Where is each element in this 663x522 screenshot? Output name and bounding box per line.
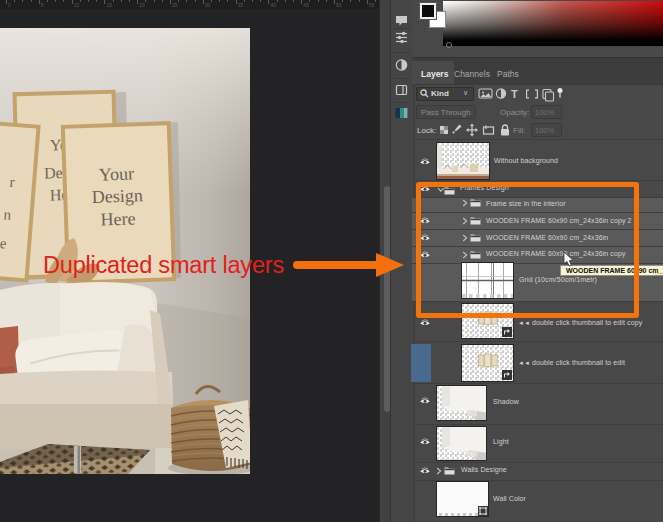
svg-text:Here: Here — [100, 208, 136, 229]
svg-text:Your: Your — [99, 163, 135, 184]
svg-text:T: T — [511, 88, 518, 100]
svg-text:Design: Design — [91, 185, 143, 207]
